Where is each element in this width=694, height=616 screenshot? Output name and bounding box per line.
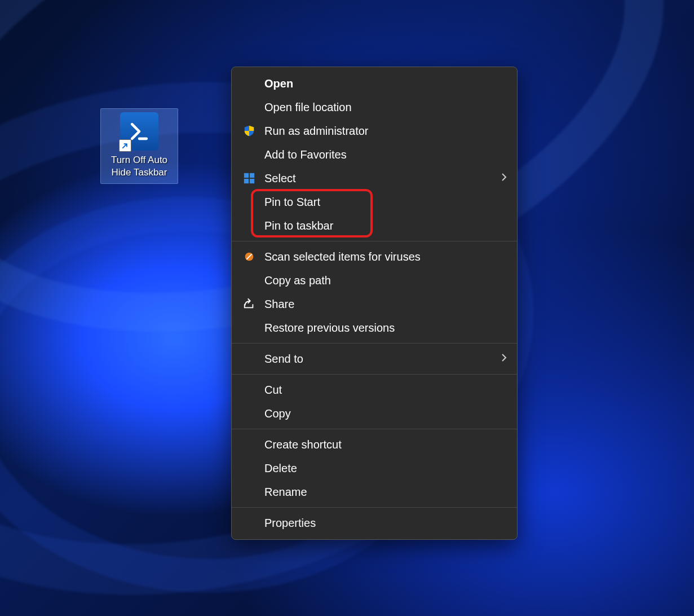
menu-run-as-admin-label: Run as administrator (264, 125, 369, 138)
shortcut-overlay-icon (119, 139, 131, 152)
menu-properties[interactable]: Properties (232, 511, 517, 535)
chevron-right-icon (501, 353, 507, 365)
desktop-shortcut-label: Turn Off Auto Hide Taskbar (103, 154, 175, 179)
menu-scan-viruses-label: Scan selected items for viruses (264, 250, 421, 263)
menu-properties-label: Properties (264, 517, 316, 530)
menu-pin-to-taskbar[interactable]: Pin to taskbar (232, 214, 517, 237)
menu-copy-as-path[interactable]: Copy as path (232, 269, 517, 292)
desktop-shortcut-powershell[interactable]: Turn Off Auto Hide Taskbar (100, 108, 178, 184)
menu-delete-label: Delete (264, 462, 297, 475)
svg-rect-1 (244, 173, 249, 178)
share-icon (243, 298, 255, 310)
menu-add-to-favorites[interactable]: Add to Favorites (232, 143, 517, 166)
menu-copy-as-path-label: Copy as path (264, 274, 331, 287)
menu-restore-versions-label: Restore previous versions (264, 322, 395, 335)
windows-logo-icon (243, 172, 255, 184)
menu-cut-label: Cut (264, 384, 282, 397)
menu-separator (232, 429, 517, 429)
menu-open[interactable]: Open (232, 72, 517, 95)
svg-rect-4 (250, 179, 254, 183)
menu-send-to[interactable]: Send to (232, 347, 517, 371)
shield-uac-icon (243, 125, 255, 137)
menu-send-to-label: Send to (264, 353, 303, 366)
menu-cut[interactable]: Cut (232, 378, 517, 402)
menu-open-file-location-label: Open file location (264, 101, 352, 114)
menu-copy[interactable]: Copy (232, 402, 517, 425)
menu-create-shortcut[interactable]: Create shortcut (232, 433, 517, 456)
chevron-right-icon (501, 173, 507, 184)
menu-select[interactable]: Select (232, 166, 517, 190)
menu-separator (232, 507, 517, 508)
svg-rect-3 (244, 179, 249, 183)
menu-copy-label: Copy (264, 407, 291, 420)
menu-delete[interactable]: Delete (232, 456, 517, 480)
context-menu: Open Open file location Run as administr… (231, 67, 518, 540)
menu-rename[interactable]: Rename (232, 480, 517, 504)
antivirus-icon (243, 250, 255, 263)
menu-scan-viruses[interactable]: Scan selected items for viruses (232, 245, 517, 269)
menu-share[interactable]: Share (232, 292, 517, 316)
menu-separator (232, 343, 517, 344)
menu-restore-previous-versions[interactable]: Restore previous versions (232, 316, 517, 340)
menu-open-file-location[interactable]: Open file location (232, 95, 517, 119)
menu-share-label: Share (264, 298, 294, 311)
menu-pin-to-start-label: Pin to Start (264, 196, 320, 209)
menu-pin-to-start[interactable]: Pin to Start (232, 190, 517, 214)
svg-rect-2 (250, 173, 254, 178)
menu-add-to-favorites-label: Add to Favorites (264, 148, 347, 161)
menu-separator (232, 374, 517, 375)
menu-open-label: Open (264, 77, 293, 90)
menu-create-shortcut-label: Create shortcut (264, 438, 342, 451)
menu-separator (232, 241, 517, 241)
menu-select-label: Select (264, 172, 296, 185)
menu-run-as-administrator[interactable]: Run as administrator (232, 119, 517, 143)
powershell-icon (120, 112, 158, 151)
menu-rename-label: Rename (264, 486, 307, 499)
menu-pin-to-taskbar-label: Pin to taskbar (264, 219, 333, 232)
